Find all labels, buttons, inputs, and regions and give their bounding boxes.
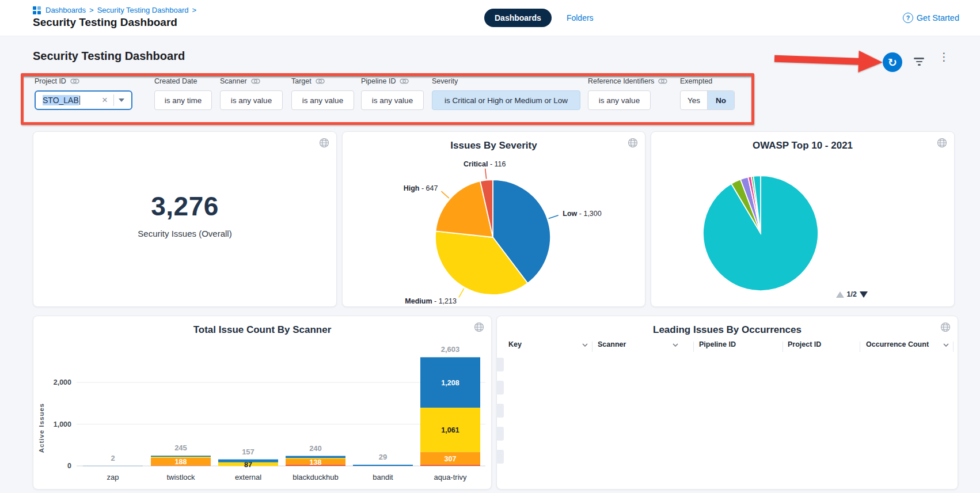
link-icon	[400, 78, 409, 84]
chart-title-scanner-bars: Total Issue Count By Scanner	[33, 324, 491, 336]
filter-exempted-label: Exempted	[680, 77, 735, 86]
svg-text:external: external	[235, 473, 261, 481]
reference-identifiers-chip[interactable]: is any value	[588, 90, 651, 110]
filter-scanner-label: Scanner	[220, 77, 283, 86]
filter-icon[interactable]	[913, 58, 925, 67]
tab-folders[interactable]: Folders	[567, 13, 594, 22]
created-date-chip[interactable]: is any time	[154, 90, 212, 110]
chevron-down-icon[interactable]	[119, 98, 124, 102]
severity-chip[interactable]: is Critical or High or Medium or Low	[432, 90, 580, 110]
annotation-arrow	[774, 47, 885, 75]
link-icon	[316, 78, 325, 84]
refresh-icon: ↻	[888, 56, 897, 69]
table-row-stub	[496, 404, 504, 418]
page-indicator: 1/2	[847, 290, 857, 298]
page-down-icon[interactable]	[860, 291, 868, 298]
column-scanner[interactable]: Scanner	[598, 340, 678, 348]
column-pipeline-id[interactable]: Pipeline ID	[699, 340, 736, 348]
link-icon	[658, 78, 667, 84]
svg-text:2,603: 2,603	[441, 345, 460, 354]
chart-title-issues-by-severity: Issues By Severity	[343, 140, 645, 151]
filter-pipeline-id: Pipeline ID is any value	[361, 77, 424, 110]
chevron-down-icon	[943, 343, 949, 347]
svg-text:1,000: 1,000	[54, 420, 71, 428]
leading-issues-header-row: Key Scanner Pipeline ID Project ID	[497, 340, 958, 355]
column-project-id[interactable]: Project ID	[788, 340, 821, 348]
svg-text:bandit: bandit	[373, 473, 393, 481]
breadcrumb: Dashboards > Security Testing Dashboard …	[33, 6, 196, 14]
text-cursor	[79, 96, 81, 105]
card-total-issue-count-by-scanner: Total Issue Count By Scanner 01,0002,000…	[33, 316, 492, 490]
filter-project-id-label: Project ID	[35, 77, 132, 86]
table-row-stub	[496, 427, 504, 441]
svg-text:blackduckhub: blackduckhub	[293, 473, 339, 481]
filter-exempted: Exempted Yes No	[680, 77, 735, 110]
filter-created-date-label: Created Date	[154, 77, 212, 86]
header-tabs: Dashboards Folders	[484, 9, 594, 27]
chevron-down-icon	[673, 343, 678, 347]
exempted-toggle: Yes No	[680, 90, 735, 110]
kebab-menu-icon[interactable]: ⋮	[939, 54, 949, 59]
page-title: Security Testing Dashboard	[33, 16, 177, 29]
card-security-issues-overall: 3,276 Security Issues (Overall)	[33, 131, 337, 307]
owasp-pagination: 1/2	[836, 290, 868, 298]
table-row-stub	[496, 450, 504, 464]
svg-text:2: 2	[111, 454, 115, 462]
security-testing-dashboard-page: Dashboards > Security Testing Dashboard …	[0, 0, 980, 493]
dashboard-content: Security Testing Dashboard ↻ ⋮ Project I…	[0, 36, 980, 493]
exempted-yes-option[interactable]: Yes	[681, 91, 708, 109]
card-issues-by-severity: Issues By Severity Low - 1,300Medium - 1…	[342, 131, 645, 307]
issues-by-severity-pie[interactable]: Low - 1,300Medium - 1,213High - 647Criti…	[343, 154, 645, 306]
table-row-stub	[496, 358, 504, 371]
help-question-icon: ?	[903, 13, 913, 23]
table-row-stub	[496, 381, 504, 395]
svg-text:138: 138	[310, 458, 322, 467]
svg-text:157: 157	[242, 448, 255, 456]
svg-text:2,000: 2,000	[54, 378, 71, 386]
filter-created-date: Created Date is any time	[154, 77, 212, 110]
filter-pipeline-id-label: Pipeline ID	[361, 77, 424, 86]
svg-text:245: 245	[174, 443, 187, 452]
breadcrumb-separator: >	[192, 6, 196, 14]
dashboard-title: Security Testing Dashboard	[33, 50, 185, 63]
project-id-value: STO_LAB	[43, 95, 79, 105]
filter-target: Target is any value	[291, 77, 354, 110]
refresh-button[interactable]: ↻	[883, 52, 902, 72]
svg-text:0: 0	[67, 462, 71, 470]
filter-reference-identifiers-label: Reference Identifiers	[588, 77, 667, 86]
chevron-down-icon	[582, 343, 588, 347]
scanner-bar-chart[interactable]: 01,0002,000Active Issues2zap188245twistl…	[33, 342, 491, 488]
get-started-link[interactable]: ? Get Started	[903, 13, 959, 23]
svg-text:zap: zap	[107, 473, 119, 481]
filter-severity-label: Severity	[432, 77, 580, 86]
svg-text:Low - 1,300: Low - 1,300	[563, 210, 601, 218]
svg-text:Active Issues: Active Issues	[38, 403, 45, 453]
clear-icon[interactable]: ×	[98, 94, 111, 106]
table-title-leading-issues: Leading Issues By Occurrences	[497, 324, 958, 336]
link-icon	[251, 78, 260, 84]
column-occurrence-count[interactable]: Occurrence Count	[866, 340, 949, 348]
svg-text:Critical - 116: Critical - 116	[464, 160, 506, 168]
owasp-pie[interactable]	[651, 153, 954, 297]
filter-reference-identifiers: Reference Identifiers is any value	[588, 77, 667, 110]
page-up-icon[interactable]	[836, 291, 844, 298]
stat-total-issues: 3,276	[33, 191, 336, 222]
target-chip[interactable]: is any value	[291, 90, 354, 110]
dashboards-grid-icon	[33, 6, 41, 14]
chart-title-owasp: OWASP Top 10 - 2021	[651, 140, 954, 151]
filter-bar: Project ID STO_LAB × Created Date is any	[0, 77, 980, 118]
svg-text:aqua-trivy: aqua-trivy	[434, 473, 467, 481]
globe-icon	[319, 138, 329, 150]
breadcrumb-current[interactable]: Security Testing Dashboard	[97, 6, 189, 14]
pipeline-id-chip[interactable]: is any value	[361, 90, 424, 110]
app-header: Dashboards > Security Testing Dashboard …	[0, 0, 980, 36]
card-leading-issues: Leading Issues By Occurrences Key Scanne…	[496, 316, 958, 490]
project-id-input[interactable]: STO_LAB ×	[35, 90, 132, 110]
tab-dashboards[interactable]: Dashboards	[484, 9, 552, 27]
column-key[interactable]: Key	[508, 340, 588, 348]
scanner-chip[interactable]: is any value	[220, 90, 283, 110]
exempted-no-option[interactable]: No	[708, 91, 734, 109]
filter-scanner: Scanner is any value	[220, 77, 283, 110]
breadcrumb-dashboards[interactable]: Dashboards	[45, 6, 86, 14]
link-icon	[70, 78, 79, 84]
